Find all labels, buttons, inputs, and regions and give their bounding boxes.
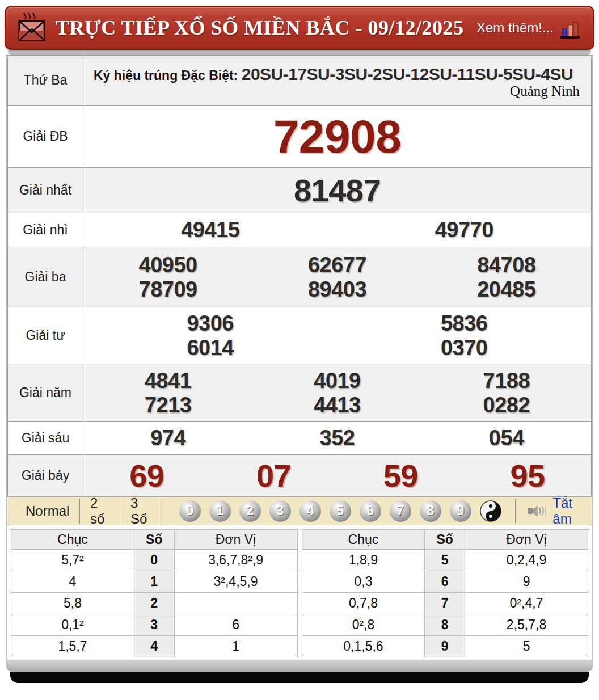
footer-gray-bar (6, 660, 593, 672)
chuc-cell: 0²,8 (302, 614, 425, 636)
prize-number: 72908 (83, 110, 591, 163)
see-more-link[interactable]: Xem thêm!... (476, 20, 554, 36)
so-cell: 1 (134, 571, 174, 593)
stats-row: 1,5,7 4 1 (11, 636, 298, 657)
prize-number: 4413 (252, 393, 421, 418)
col-header-so: Số (425, 530, 465, 550)
so-cell: 0 (134, 550, 174, 571)
prize-label: Giải tư (8, 307, 83, 364)
page-title: TRỰC TIẾP XỔ SỐ MIỀN BẮC - 09/12/2025 (56, 16, 464, 40)
symbol-content: Ký hiệu trúng Đặc Biệt: 20SU-17SU-3SU-2S… (83, 56, 591, 105)
chuc-cell: 0,3 (302, 571, 425, 593)
chuc-cell: 0,1,5,6 (302, 636, 425, 657)
mute-button[interactable]: Tắt âm (528, 495, 584, 527)
donvi-cell (174, 593, 297, 614)
ball-2[interactable]: 2 (239, 500, 261, 522)
day-label: Thứ Ba (8, 56, 83, 105)
ball-7[interactable]: 7 (390, 500, 411, 522)
prize-number: 054 (422, 426, 591, 450)
speaker-icon (528, 502, 547, 520)
footer-black-bar (10, 672, 589, 683)
prize-row-fifth: Giải năm 4841 4019 7188 7213 4413 0282 (8, 364, 591, 422)
digit-stats: Chục Số Đơn Vị 5,7² 0 3,6,7,8²,9 4 1 3²,… (7, 525, 592, 660)
prize-label: Giải sáu (8, 422, 83, 454)
prize-label: Giải bảy (8, 455, 83, 496)
chuc-cell: 1,5,7 (11, 636, 134, 657)
lottery-widget: TRỰC TIẾP XỔ SỐ MIỀN BẮC - 09/12/2025 Xe… (0, 0, 599, 683)
donvi-cell: 9 (465, 571, 588, 593)
donvi-cell: 2,5,7,8 (465, 614, 588, 636)
donvi-cell: 0,2,4,9 (465, 550, 588, 571)
separator (515, 499, 516, 524)
donvi-cell: 1 (174, 636, 297, 657)
col-header-so: Số (134, 530, 174, 550)
prize-number: 78709 (83, 277, 252, 302)
prize-number: 95 (464, 457, 591, 494)
prize-number: 5836 (338, 311, 592, 336)
stats-row: 0,3 6 9 (302, 571, 588, 593)
mode-3so-button[interactable]: 3 Số (120, 495, 162, 527)
prize-label: Giải nhì (8, 213, 83, 247)
chuc-cell: 0,1² (11, 614, 134, 636)
prize-row-special: Giải ĐB 72908 (8, 106, 591, 168)
prize-row-second: Giải nhì 49415 49770 (8, 213, 591, 247)
so-cell: 8 (425, 614, 465, 636)
ball-3[interactable]: 3 (269, 500, 291, 522)
bar-chart-icon[interactable] (559, 20, 581, 40)
chuc-cell: 4 (11, 571, 134, 593)
prize-label: Giải năm (8, 364, 83, 421)
stats-row: 4 1 3²,4,5,9 (11, 571, 298, 593)
digit-ball-list: 0 1 2 3 4 5 6 7 8 9 (179, 500, 501, 522)
ball-9[interactable]: 9 (450, 500, 471, 522)
ball-8[interactable]: 8 (420, 500, 441, 522)
chuc-cell: 5,7² (11, 550, 134, 571)
stats-row: 0,7,8 7 0²,4,7 (302, 593, 588, 614)
stats-table-right: Chục Số Đơn Vị 1,8,9 5 0,2,4,9 0,3 6 9 0… (302, 529, 589, 657)
so-cell: 9 (425, 636, 465, 657)
prize-number: 84708 (422, 253, 591, 277)
donvi-cell: 3,6,7,8²,9 (174, 550, 297, 571)
prize-row-seventh: Giải bảy 69 07 59 95 (8, 455, 591, 497)
ball-4[interactable]: 4 (300, 500, 321, 522)
so-cell: 6 (425, 571, 465, 593)
col-header-chuc: Chục (302, 530, 425, 550)
stats-row: 0,1² 3 6 (11, 614, 298, 636)
col-header-chuc: Chục (11, 530, 134, 550)
symbol-prefix: Ký hiệu trúng Đặc Biệt: (94, 68, 242, 83)
stats-row: 0,1,5,6 9 5 (302, 636, 588, 657)
symbol-codes: 20SU-17SU-3SU-2SU-12SU-11SU-5SU-4SU (242, 65, 573, 83)
separator (162, 499, 162, 524)
prize-number: 07 (210, 457, 338, 494)
yin-yang-icon[interactable] (480, 500, 501, 522)
ball-5[interactable]: 5 (330, 500, 351, 522)
control-bar: Normal 2 số 3 Số 0 1 2 3 4 5 6 7 8 9 (7, 497, 592, 525)
prize-number: 49415 (83, 218, 338, 242)
mute-label: Tắt âm (552, 495, 584, 527)
prize-label: Giải nhất (8, 168, 83, 213)
prize-number: 59 (338, 457, 465, 494)
prize-number: 20485 (422, 277, 591, 302)
prize-number: 6014 (83, 336, 338, 360)
province-name: Quảng Ninh (510, 83, 580, 99)
prize-number: 974 (83, 426, 252, 450)
so-cell: 7 (425, 593, 465, 614)
mode-2so-button[interactable]: 2 số (80, 495, 120, 527)
ball-0[interactable]: 0 (179, 500, 201, 522)
mode-normal-button[interactable]: Normal (15, 503, 79, 519)
prize-number: 49770 (338, 218, 592, 242)
prize-number: 4841 (83, 369, 252, 393)
prize-label: Giải ĐB (8, 106, 83, 167)
results-panel: Thứ Ba Ký hiệu trúng Đặc Biệt: 20SU-17SU… (6, 55, 593, 660)
prize-number: 7188 (422, 369, 591, 393)
ball-1[interactable]: 1 (209, 500, 231, 522)
donvi-cell: 5 (465, 636, 588, 657)
col-header-donvi: Đơn Vị (465, 530, 588, 550)
prize-number: 62677 (252, 253, 421, 277)
prize-row-third: Giải ba 40950 62677 84708 78709 89403 20… (8, 247, 591, 307)
ball-6[interactable]: 6 (360, 500, 381, 522)
so-cell: 2 (134, 593, 174, 614)
prize-number: 40950 (83, 253, 252, 277)
prize-label: Giải ba (8, 247, 83, 307)
results-table: Thứ Ba Ký hiệu trúng Đặc Biệt: 20SU-17SU… (7, 55, 592, 497)
prize-number: 352 (252, 426, 421, 450)
